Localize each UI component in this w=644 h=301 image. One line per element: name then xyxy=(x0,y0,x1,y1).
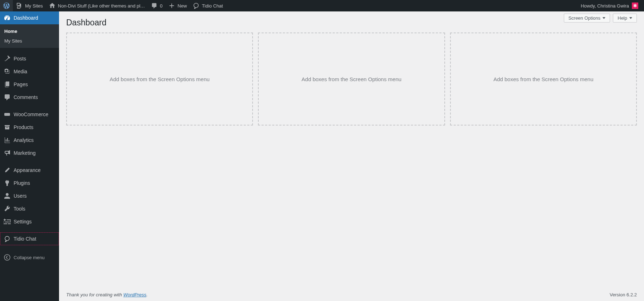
help-button[interactable]: Help xyxy=(613,14,637,23)
wordpress-link[interactable]: WordPress xyxy=(123,292,146,297)
chat-icon xyxy=(4,235,11,242)
sidebar-item-label: Posts xyxy=(14,56,26,61)
svg-point-2 xyxy=(5,236,9,241)
plug-icon xyxy=(4,179,11,187)
wrench-icon xyxy=(4,205,11,212)
sidebar-item-plugins[interactable]: Plugins xyxy=(0,177,59,189)
sidebar-item-label: Products xyxy=(14,124,33,130)
svg-point-0 xyxy=(194,3,199,8)
sidebar-item-label: Media xyxy=(14,69,27,74)
archive-icon xyxy=(4,124,11,131)
sidebar-item-users[interactable]: Users xyxy=(0,189,59,202)
site-name-label: Non-Divi Stuff (Like other themes and pl… xyxy=(58,3,145,9)
top-controls: Screen Options Help xyxy=(564,14,637,23)
sidebar-item-settings[interactable]: Settings xyxy=(0,215,59,228)
menu-separator xyxy=(0,159,59,164)
avatar: ✻ xyxy=(632,3,638,9)
footer-version: Version 6.2.2 xyxy=(610,292,637,297)
sidebar-item-media[interactable]: Media xyxy=(0,65,59,78)
page-icon xyxy=(4,81,11,88)
sidebar-item-label: Tools xyxy=(14,206,25,212)
sliders-icon xyxy=(4,218,11,225)
collapse-label: Collapse menu xyxy=(14,255,45,260)
chat-icon xyxy=(192,2,200,9)
admin-sidebar: Dashboard Home My Sites Posts Media Page… xyxy=(0,11,59,301)
admin-bar-left: My Sites Non-Divi Stuff (Like other them… xyxy=(0,0,578,11)
megaphone-icon xyxy=(4,149,11,157)
sidebar-item-pages[interactable]: Pages xyxy=(0,78,59,91)
wp-logo[interactable] xyxy=(0,0,13,11)
sidebar-item-label: Pages xyxy=(14,82,28,87)
tidio-link[interactable]: Tidio Chat xyxy=(190,0,226,11)
sidebar-item-woocommerce[interactable]: WooCommerce xyxy=(0,108,59,121)
my-sites-label: My Sites xyxy=(25,3,43,9)
sidebar-item-label: Marketing xyxy=(14,150,35,156)
sidebar-item-marketing[interactable]: Marketing xyxy=(0,147,59,159)
comments-count: 0 xyxy=(160,3,162,9)
comments-link[interactable]: 0 xyxy=(148,0,165,11)
sidebar-item-label: Dashboard xyxy=(14,15,38,21)
dashboard-icon xyxy=(4,14,11,21)
sites-icon xyxy=(16,2,23,9)
dashboard-drop-zone[interactable]: Add boxes from the Screen Options menu xyxy=(258,33,445,125)
dashboard-submenu: Home My Sites xyxy=(0,24,59,48)
sidebar-item-products[interactable]: Products xyxy=(0,121,59,134)
comment-icon xyxy=(4,94,11,101)
main-content: Screen Options Help Dashboard Add boxes … xyxy=(59,11,644,301)
collapse-menu[interactable]: Collapse menu xyxy=(0,251,59,264)
wordpress-icon xyxy=(3,2,10,9)
sidebar-item-appearance[interactable]: Appearance xyxy=(0,164,59,177)
svg-point-3 xyxy=(4,255,10,260)
sidebar-item-label: Users xyxy=(14,193,27,199)
tidio-label: Tidio Chat xyxy=(202,3,223,9)
svg-rect-1 xyxy=(4,113,10,116)
sidebar-item-analytics[interactable]: Analytics xyxy=(0,134,59,147)
menu-separator xyxy=(0,104,59,108)
footer-thanks: Thank you for creating with WordPress. xyxy=(66,292,148,297)
site-name-link[interactable]: Non-Divi Stuff (Like other themes and pl… xyxy=(46,0,148,11)
greeting-label: Howdy, Christina Gwira xyxy=(581,3,629,9)
sidebar-item-label: WooCommerce xyxy=(14,112,48,117)
plus-icon xyxy=(168,2,175,9)
screen-options-label: Screen Options xyxy=(569,15,601,21)
dashboard-drop-zone[interactable]: Add boxes from the Screen Options menu xyxy=(66,33,253,125)
drop-zone-label: Add boxes from the Screen Options menu xyxy=(302,76,401,82)
user-icon xyxy=(4,192,11,199)
sidebar-item-posts[interactable]: Posts xyxy=(0,52,59,65)
account-link[interactable]: Howdy, Christina Gwira ✻ xyxy=(578,0,641,11)
sidebar-item-label: Settings xyxy=(14,219,32,224)
brush-icon xyxy=(4,167,11,174)
menu-separator xyxy=(0,48,59,52)
admin-bar: My Sites Non-Divi Stuff (Like other them… xyxy=(0,0,644,11)
submenu-item-label: My Sites xyxy=(4,38,22,44)
sidebar-item-label: Analytics xyxy=(14,137,34,143)
help-label: Help xyxy=(618,15,627,21)
dashboard-widgets: Add boxes from the Screen Options menu A… xyxy=(66,33,637,125)
sidebar-item-label: Appearance xyxy=(14,167,41,173)
collapse-icon xyxy=(4,254,11,261)
drop-zone-label: Add boxes from the Screen Options menu xyxy=(110,76,210,82)
sidebar-item-tidio[interactable]: Tidio Chat xyxy=(0,232,59,245)
dashboard-drop-zone[interactable]: Add boxes from the Screen Options menu xyxy=(450,33,637,125)
sidebar-item-comments[interactable]: Comments xyxy=(0,91,59,104)
caret-down-icon xyxy=(629,17,632,19)
media-icon xyxy=(4,68,11,75)
caret-down-icon xyxy=(602,17,605,19)
menu-separator xyxy=(0,228,59,232)
chart-icon xyxy=(4,137,11,144)
screen-options-button[interactable]: Screen Options xyxy=(564,14,610,23)
submenu-item-label: Home xyxy=(4,29,17,34)
my-sites-link[interactable]: My Sites xyxy=(13,0,46,11)
sidebar-item-tools[interactable]: Tools xyxy=(0,202,59,215)
pin-icon xyxy=(4,55,11,62)
submenu-item-mysites[interactable]: My Sites xyxy=(0,36,59,46)
home-icon xyxy=(49,2,56,9)
new-link[interactable]: New xyxy=(165,0,190,11)
sidebar-item-dashboard[interactable]: Dashboard xyxy=(0,11,59,24)
woo-icon xyxy=(4,111,11,118)
page-title: Dashboard xyxy=(66,11,637,33)
submenu-item-home[interactable]: Home xyxy=(0,26,59,36)
sidebar-item-label: Plugins xyxy=(14,180,30,186)
sidebar-item-label: Tidio Chat xyxy=(14,236,36,242)
footer-thanks-pre: Thank you for creating with xyxy=(66,292,123,297)
